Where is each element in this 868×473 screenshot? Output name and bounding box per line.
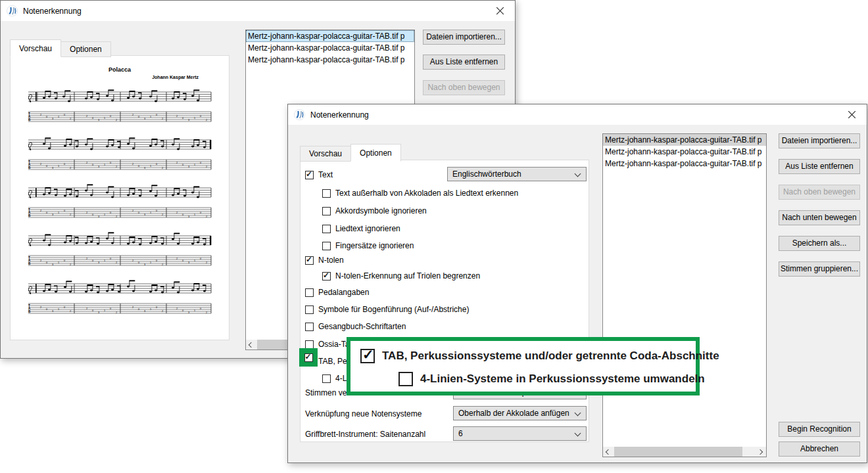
select-label-saitenanzahl: Griffbrett-Instrument: Saitenanzahl (305, 430, 425, 439)
option-label: Liedtext ignorieren (335, 224, 400, 233)
list-item[interactable]: Mertz-johann-kaspar-polacca-guitar-TAB.t… (246, 42, 414, 54)
checkbox-text[interactable] (305, 171, 314, 179)
annotation-callout: TAB, Perkussionssysteme und/oder getrenn… (347, 337, 700, 395)
callout-label: 4-Linien-Systeme in Perkussionssysteme u… (420, 372, 705, 386)
option-row-text: Text (305, 169, 333, 180)
move-down-button[interactable]: Nach unten bewegen (779, 210, 860, 225)
option-label: Symbole für Bogenführung (Auf-/Abstriche… (318, 305, 469, 314)
checkbox-tab-perkussion-highlighted[interactable] (304, 353, 313, 362)
option-label: Akkordsymbole ignorieren (335, 206, 427, 215)
callout-checkbox-checked (360, 349, 375, 363)
titlebar[interactable]: Notenerkennung (288, 104, 867, 125)
checkbox-gesangbuch[interactable] (305, 323, 314, 331)
option-row-bogenfuehrung: Symbole für Bogenführung (Auf-/Abstriche… (305, 304, 469, 315)
scroll-right-icon[interactable] (756, 447, 766, 457)
option-row-gesangbuch: Gesangbuch-Schriftarten (305, 321, 406, 332)
tab-optionen[interactable]: Optionen (60, 41, 111, 57)
option-row-pedalangaben: Pedalangaben (305, 287, 369, 298)
remove-from-list-button[interactable]: Aus Liste entfernen (423, 55, 505, 70)
dialog-notenerkennung-front: Notenerkennung Vorschau Optionen Text En… (287, 104, 867, 463)
group-voices-button[interactable]: Stimmen gruppieren... (779, 261, 860, 277)
tab-vorschau[interactable]: Vorschau (300, 146, 351, 162)
import-files-button[interactable]: Dateien importieren... (423, 30, 505, 45)
option-label: N-tolen (318, 256, 344, 265)
callout-label: TAB, Perkussionssysteme und/oder getrenn… (382, 349, 719, 363)
option-row-ntolen: N-tolen (305, 255, 344, 265)
checkbox-liedtext-erkennen[interactable] (322, 189, 331, 198)
list-item[interactable]: Mertz-johann-kaspar-polacca-guitar-TAB.t… (603, 134, 766, 146)
option-row-ntolen-triolen: N-tolen-Erkennung auf Triolen begrenzen (322, 271, 480, 281)
option-label: Gesangbuch-Schriftarten (318, 322, 406, 331)
list-item[interactable]: Mertz-johann-kaspar-polacca-guitar-TAB.t… (603, 158, 766, 169)
option-label: Text außerhalb von Akkoladen als Liedtex… (335, 189, 518, 198)
annotation-highlight (299, 348, 318, 367)
option-row-liedtext-ignorieren: Liedtext ignorieren (322, 223, 400, 234)
checkbox-4-linien[interactable] (322, 374, 331, 383)
scroll-left-icon[interactable] (603, 447, 613, 457)
saitenanzahl-select[interactable]: 6 (453, 426, 587, 441)
checkbox-pedalangaben[interactable] (305, 288, 314, 297)
close-icon[interactable] (485, 1, 515, 21)
options-page: Text Englischwörterbuch Text außerhalb v… (300, 160, 589, 442)
file-list: Mertz-johann-kaspar-polacca-guitar-TAB.t… (602, 133, 767, 457)
app-icon (7, 5, 18, 16)
import-files-button[interactable]: Dateien importieren... (779, 133, 860, 148)
window-title: Notenerkennung (23, 7, 485, 16)
option-row-liedtext-erkennen: Text außerhalb von Akkoladen als Liedtex… (322, 188, 518, 198)
list-item[interactable]: Mertz-johann-kaspar-polacca-guitar-TAB.t… (603, 146, 766, 158)
option-label: Fingersätze ignorieren (335, 241, 414, 250)
checkbox-ossia[interactable] (305, 340, 314, 349)
save-as-button[interactable]: Speichern als... (779, 236, 860, 251)
close-icon[interactable] (837, 104, 867, 125)
option-label: Ossia-Ta (318, 340, 349, 349)
cancel-button[interactable]: Abbrechen (779, 441, 860, 457)
horizontal-scrollbar[interactable] (603, 447, 766, 457)
move-up-button: Nach oben bewegen (423, 80, 505, 95)
checkbox-ntolen-triolen[interactable] (322, 272, 331, 281)
scroll-left-icon[interactable] (246, 340, 256, 349)
callout-checkbox-unchecked (398, 372, 413, 386)
score-preview-page: Polacca Johann Kaspar Mertz (10, 55, 229, 340)
checkbox-akkordsymbole[interactable] (322, 207, 331, 215)
list-item[interactable]: Mertz-johann-kaspar-polacca-guitar-TAB.t… (246, 54, 414, 66)
remove-from-list-button[interactable]: Aus Liste entfernen (779, 159, 860, 174)
option-label: Text (318, 170, 333, 179)
begin-recognition-button[interactable]: Begin Recognition (779, 422, 860, 437)
option-label: Pedalangaben (318, 288, 369, 297)
titlebar[interactable]: Notenerkennung (1, 1, 515, 21)
checkbox-ntolen[interactable] (305, 256, 314, 265)
option-row-fingersaetze: Fingersätze ignorieren (322, 240, 414, 251)
option-label: N-tolen-Erkennung auf Triolen begrenzen (335, 271, 480, 281)
select-label-verknuepfung: Verknüpfung neue Notensysteme (305, 409, 422, 418)
checkbox-fingersaetze[interactable] (322, 242, 331, 250)
checkbox-liedtext-ignorieren[interactable] (322, 225, 331, 233)
app-icon (294, 109, 305, 120)
window-title: Notenerkennung (310, 110, 837, 120)
tab-vorschau[interactable]: Vorschau (10, 39, 61, 57)
dictionary-select[interactable]: Englischwörterbuch (447, 167, 587, 181)
callout-row-4-linien: 4-Linien-Systeme in Perkussionssysteme u… (398, 372, 705, 386)
tab-optionen[interactable]: Optionen (350, 144, 401, 162)
scroll-thumb[interactable] (614, 447, 742, 457)
checkbox-bogenfuehrung[interactable] (305, 305, 314, 314)
verknuepfung-select[interactable]: Oberhalb der Akkolade anfügen (453, 406, 587, 420)
score-preview: TAB 203102 (11, 56, 229, 340)
option-row-akkordsymbole: Akkordsymbole ignorieren (322, 206, 427, 216)
move-up-button: Nach oben bewegen (779, 185, 860, 200)
list-item[interactable]: Mertz-johann-kaspar-polacca-guitar-TAB.t… (246, 30, 414, 42)
callout-row-tab: TAB, Perkussionssysteme und/oder getrenn… (360, 349, 719, 363)
